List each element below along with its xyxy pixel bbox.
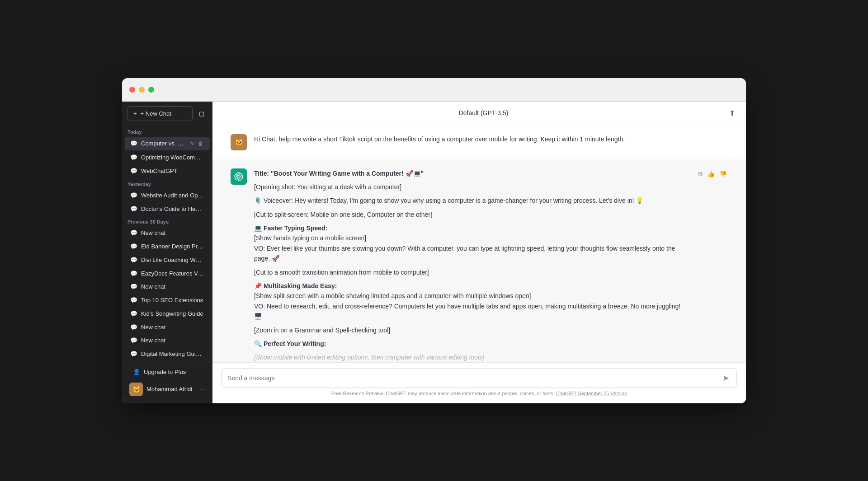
sidebar-item-text: Doctor's Guide to Healthy Foo bbox=[141, 205, 204, 212]
user-menu-button[interactable]: ··· bbox=[200, 386, 205, 393]
chat-icon: 💬 bbox=[130, 205, 137, 212]
ai-cut2: [Cut to a smooth transition animation fr… bbox=[254, 267, 690, 277]
ai-avatar bbox=[231, 168, 247, 185]
ai-title: Title: "Boost Your Writing Game with a C… bbox=[254, 168, 690, 178]
main-content: Default (GPT-3.5) ⬆ 🐱 Hi C bbox=[212, 102, 746, 403]
chat-icon: 💬 bbox=[130, 270, 137, 277]
thumbs-up-button[interactable]: 👍 bbox=[706, 169, 716, 179]
chat-icon: 💬 bbox=[130, 168, 137, 174]
chat-icon: 💬 bbox=[130, 192, 137, 199]
upgrade-label: Upgrade to Plus bbox=[144, 369, 186, 375]
title-bar bbox=[122, 78, 746, 102]
input-area: ➤ Free Research Preview. ChatGPT may pro… bbox=[212, 362, 746, 403]
person-icon: 👤 bbox=[133, 369, 140, 375]
delete-icon[interactable]: 🗑 bbox=[197, 140, 204, 148]
ai-message-content: Title: "Boost Your Writing Game with a C… bbox=[254, 168, 690, 362]
thumbs-down-button[interactable]: 👎 bbox=[718, 169, 728, 179]
sidebar-item-text: New chat bbox=[141, 337, 165, 344]
sidebar-item-new-chat-3[interactable]: 💬 New chat bbox=[125, 321, 210, 333]
sidebar-item-text: Optimizing WooCommerce St bbox=[141, 154, 204, 161]
sidebar-item-text: New chat bbox=[141, 283, 165, 290]
share-button[interactable]: ⬆ bbox=[727, 107, 737, 119]
yesterday-section-label: Yesterday bbox=[122, 178, 212, 189]
sidebar-item-woocommerce[interactable]: 💬 Optimizing WooCommerce St bbox=[125, 151, 210, 164]
user-message-paragraph: Hi Chat, help me write a short Tiktok sc… bbox=[254, 134, 728, 144]
sidebar-item-text: EazyDocs Features Video bbox=[141, 270, 204, 277]
chat-icon: 💬 bbox=[130, 297, 137, 304]
sidebar-bottom: 👤 Upgrade to Plus 🐱 Mohammad Afridi ··· bbox=[122, 361, 212, 403]
sidebar-item-computer-vs-mobile[interactable]: 💬 Computer vs. Mobile W ✎ 🗑 bbox=[125, 137, 210, 151]
sidebar-item-text: Top 10 SEO Extensions bbox=[141, 297, 203, 304]
ai-message: Title: "Boost Your Writing Game with a C… bbox=[212, 159, 746, 362]
sidebar-item-new-chat-2[interactable]: 💬 New chat bbox=[125, 280, 210, 293]
minimize-button[interactable] bbox=[139, 87, 145, 93]
sidebar-item-webchatgpt[interactable]: 💬 WebChatGPT bbox=[125, 165, 210, 177]
chat-icon: 💬 bbox=[130, 243, 137, 250]
sidebar: + + New Chat ▢ Today 💬 Computer vs. Mobi… bbox=[122, 102, 212, 403]
ai-cut3: [Zoom in on a Grammar and Spell-checking… bbox=[254, 325, 690, 335]
new-chat-button[interactable]: + + New Chat bbox=[127, 106, 193, 121]
ai-section1-header: 💻 Faster Typing Speed: [Show hands typin… bbox=[254, 223, 690, 264]
upgrade-to-plus[interactable]: 👤 Upgrade to Plus bbox=[127, 365, 207, 378]
sidebar-item-digital-marketing[interactable]: 💬 Digital Marketing Guide for St bbox=[125, 348, 210, 360]
ai-opening: [Opening shot: You sitting at a desk wit… bbox=[254, 182, 690, 192]
user-avatar-emoji: 🐱 bbox=[235, 139, 243, 146]
message-input[interactable] bbox=[227, 373, 721, 383]
user-avatar: 🐱 bbox=[231, 134, 247, 150]
plus-icon: + bbox=[133, 110, 137, 117]
messages-container: 🐱 Hi Chat, help me write a short Tiktok … bbox=[212, 125, 746, 362]
avatar-emoji: 🐱 bbox=[132, 386, 140, 393]
sidebar-item-eid-banner[interactable]: 💬 Eid Banner Design Prompts bbox=[125, 240, 210, 253]
close-button[interactable] bbox=[129, 87, 135, 93]
chat-icon: 💬 bbox=[130, 350, 137, 357]
disclaimer-link[interactable]: ChatGPT September 25 Version bbox=[556, 391, 627, 396]
maximize-button[interactable] bbox=[148, 87, 154, 93]
ai-section3-header: 🔍 Perfect Your Writing: bbox=[254, 339, 690, 349]
user-message: 🐱 Hi Chat, help me write a short Tiktok … bbox=[212, 125, 746, 159]
chat-icon: 💬 bbox=[130, 337, 137, 344]
chat-icon: 💬 bbox=[130, 229, 137, 236]
chat-icon: 💬 bbox=[130, 140, 137, 147]
messages-area[interactable]: 🐱 Hi Chat, help me write a short Tiktok … bbox=[212, 125, 746, 362]
edit-icon[interactable]: ✎ bbox=[189, 140, 195, 148]
sidebar-item-new-chat-4[interactable]: 💬 New chat bbox=[125, 334, 210, 347]
sidebar-item-kids-songwriting[interactable]: 💬 Kid's Songwriting Guide bbox=[125, 308, 210, 320]
message-actions: ⧉ 👍 👎 bbox=[697, 168, 728, 179]
sidebar-item-eazydocs[interactable]: 💬 EazyDocs Features Video bbox=[125, 267, 210, 280]
mac-window: + + New Chat ▢ Today 💬 Computer vs. Mobi… bbox=[122, 78, 746, 403]
traffic-lights bbox=[129, 87, 154, 93]
today-section-label: Today bbox=[122, 126, 212, 136]
sidebar-item-top10-seo[interactable]: 💬 Top 10 SEO Extensions bbox=[125, 294, 210, 307]
chat-icon: 💬 bbox=[130, 257, 137, 263]
input-container: ➤ bbox=[222, 368, 737, 388]
window-body: + + New Chat ▢ Today 💬 Computer vs. Mobi… bbox=[122, 102, 746, 403]
sidebar-item-text: Computer vs. Mobile W bbox=[141, 140, 185, 147]
new-chat-label: + New Chat bbox=[141, 110, 171, 117]
sidebar-header: + + New Chat ▢ bbox=[122, 102, 212, 126]
sidebar-item-divi-life[interactable]: 💬 Divi Life Coaching Website bbox=[125, 254, 210, 266]
header-actions: ⬆ bbox=[727, 107, 737, 119]
disclaimer: Free Research Preview. ChatGPT may produ… bbox=[222, 388, 737, 401]
user-menu-item[interactable]: 🐱 Mohammad Afridi ··· bbox=[125, 379, 210, 400]
send-icon: ➤ bbox=[722, 373, 729, 383]
user-message-text: Hi Chat, help me write a short Tiktok sc… bbox=[254, 134, 728, 144]
sidebar-item-text: Divi Life Coaching Website bbox=[141, 257, 204, 263]
previous30-section-label: Previous 30 Days bbox=[122, 215, 212, 226]
send-button[interactable]: ➤ bbox=[721, 372, 731, 384]
ai-cut1: [Cut to split-screen: Mobile on one side… bbox=[254, 210, 690, 219]
sidebar-item-text: New chat bbox=[141, 324, 165, 331]
sidebar-item-website-audit[interactable]: 💬 Website Audit and Optimizatio bbox=[125, 189, 210, 202]
chat-icon: 💬 bbox=[130, 154, 137, 161]
sidebar-item-text: Kid's Songwriting Guide bbox=[141, 310, 203, 317]
sidebar-item-text: Digital Marketing Guide for St bbox=[141, 350, 204, 357]
user-name: Mohammad Afridi bbox=[146, 386, 196, 392]
sidebar-item-text: Website Audit and Optimizatio bbox=[141, 192, 204, 199]
sidebar-item-doctors-guide[interactable]: 💬 Doctor's Guide to Healthy Foo bbox=[125, 202, 210, 215]
sidebar-item-text: WebChatGPT bbox=[141, 168, 178, 174]
sidebar-toggle-button[interactable]: ▢ bbox=[196, 107, 207, 120]
copy-button[interactable]: ⧉ bbox=[697, 169, 703, 179]
sidebar-item-new-chat-1[interactable]: 💬 New chat bbox=[125, 227, 210, 239]
chat-icon: 💬 bbox=[130, 324, 137, 331]
disclaimer-text: Free Research Preview. ChatGPT may produ… bbox=[331, 391, 555, 396]
share-icon: ⬆ bbox=[729, 109, 735, 117]
